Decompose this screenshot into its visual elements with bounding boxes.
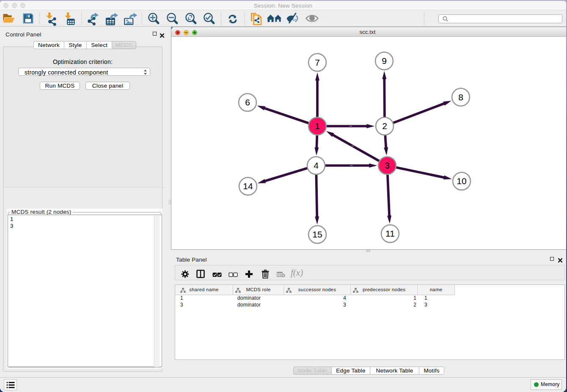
svg-text:3: 3 [385,160,390,170]
svg-text:14: 14 [243,181,253,191]
svg-text:1: 1 [315,121,320,131]
svg-text:11: 11 [385,229,395,238]
svg-text:7: 7 [315,58,320,67]
svg-text:2: 2 [382,121,387,131]
svg-text:6: 6 [245,97,250,107]
svg-text:9: 9 [382,56,387,66]
svg-text:8: 8 [458,92,463,102]
svg-text:4: 4 [314,160,319,170]
svg-text:10: 10 [457,176,466,186]
svg-text:15: 15 [312,229,322,239]
